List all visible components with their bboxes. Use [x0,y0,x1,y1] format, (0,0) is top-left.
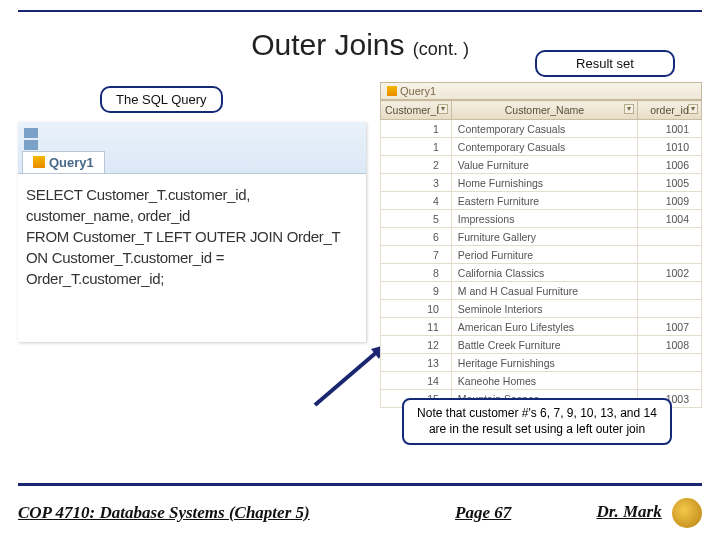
cell-id: 4 [381,192,452,210]
cell-order [638,372,702,390]
result-set-panel: Query1 Customer_ID▾ Customer_Name▾ order… [380,82,702,408]
col-header-order[interactable]: order_id▾ [638,101,702,120]
cell-order [638,228,702,246]
top-rule [18,10,702,12]
sql-line: SELECT Customer_T.customer_id, customer_… [26,184,358,226]
cell-order: 1007 [638,318,702,336]
footer-course: COP 4710: Database Systems (Chapter 5) [18,503,310,523]
cell-name: Value Furniture [451,156,637,174]
cell-id: 6 [381,228,452,246]
sql-text: SELECT Customer_T.customer_id, customer_… [18,174,366,297]
cell-name: Eastern Furniture [451,192,637,210]
query-icon [33,156,45,168]
footer: COP 4710: Database Systems (Chapter 5) P… [18,498,702,528]
table-row[interactable]: 6Furniture Gallery [381,228,702,246]
cell-id: 2 [381,156,452,174]
cell-name: American Euro Lifestyles [451,318,637,336]
access-toolbar-icons [24,128,48,152]
query-icon [387,86,397,96]
footer-page: Page 67 [455,503,511,523]
toolbar-icon [24,128,38,138]
result-table: Customer_ID▾ Customer_Name▾ order_id▾ 1C… [380,100,702,408]
cell-order [638,300,702,318]
cell-order: 1004 [638,210,702,228]
cell-name: Period Furniture [451,246,637,264]
title-cont: (cont. ) [413,39,469,59]
sql-query-panel: Query1 SELECT Customer_T.customer_id, cu… [18,122,366,342]
result-tbody: 1Contemporary Casuals10011Contemporary C… [381,120,702,408]
cell-id: 9 [381,282,452,300]
cell-name: Impressions [451,210,637,228]
table-row[interactable]: 14Kaneohe Homes [381,372,702,390]
cell-name: Kaneohe Homes [451,372,637,390]
cell-order [638,246,702,264]
cell-order: 1010 [638,138,702,156]
cell-order: 1008 [638,336,702,354]
result-set-label: Result set [535,50,675,77]
toolbar-icon [24,140,38,150]
cell-id: 1 [381,120,452,138]
table-row[interactable]: 1Contemporary Casuals1001 [381,120,702,138]
sql-panel-header: Query1 [18,122,366,174]
table-row[interactable]: 4Eastern Furniture1009 [381,192,702,210]
cell-order: 1006 [638,156,702,174]
cell-name: Contemporary Casuals [451,138,637,156]
cell-name: Seminole Interiors [451,300,637,318]
cell-id: 10 [381,300,452,318]
cell-name: Battle Creek Furniture [451,336,637,354]
title-main: Outer Joins [251,28,413,61]
cell-order: 1009 [638,192,702,210]
sql-line: ON Customer_T.customer_id = Order_T.cust… [26,247,358,289]
col-header-name[interactable]: Customer_Name▾ [451,101,637,120]
ucf-logo-icon [672,498,702,528]
cell-order [638,282,702,300]
cell-name: Furniture Gallery [451,228,637,246]
table-row[interactable]: 2Value Furniture1006 [381,156,702,174]
query-tab[interactable]: Query1 [22,151,105,173]
result-tab-label: Query1 [400,85,436,97]
cell-order [638,354,702,372]
dropdown-icon[interactable]: ▾ [688,104,698,114]
table-row[interactable]: 3Home Furnishings1005 [381,174,702,192]
cell-id: 8 [381,264,452,282]
sql-line: FROM Customer_T LEFT OUTER JOIN Order_T [26,226,358,247]
cell-id: 1 [381,138,452,156]
cell-id: 7 [381,246,452,264]
cell-id: 13 [381,354,452,372]
cell-name: Home Furnishings [451,174,637,192]
table-row[interactable]: 7Period Furniture [381,246,702,264]
sql-query-label: The SQL Query [100,86,223,113]
cell-id: 3 [381,174,452,192]
cell-name: Heritage Furnishings [451,354,637,372]
table-row[interactable]: 13Heritage Furnishings [381,354,702,372]
table-row[interactable]: 10Seminole Interiors [381,300,702,318]
cell-name: California Classics [451,264,637,282]
cell-id: 11 [381,318,452,336]
footer-rule [18,483,702,486]
dropdown-icon[interactable]: ▾ [438,104,448,114]
cell-name: Contemporary Casuals [451,120,637,138]
dropdown-icon[interactable]: ▾ [624,104,634,114]
table-row[interactable]: 9M and H Casual Furniture [381,282,702,300]
cell-id: 14 [381,372,452,390]
cell-id: 5 [381,210,452,228]
cell-order: 1002 [638,264,702,282]
note-callout: Note that customer #'s 6, 7, 9, 10, 13, … [402,398,672,445]
col-header-id[interactable]: Customer_ID▾ [381,101,452,120]
table-row[interactable]: 8California Classics1002 [381,264,702,282]
table-row[interactable]: 12Battle Creek Furniture1008 [381,336,702,354]
cell-id: 12 [381,336,452,354]
cell-order: 1005 [638,174,702,192]
table-row[interactable]: 1Contemporary Casuals1010 [381,138,702,156]
table-row[interactable]: 5Impressions1004 [381,210,702,228]
cell-order: 1001 [638,120,702,138]
footer-author: Dr. Mark [597,502,662,521]
cell-name: M and H Casual Furniture [451,282,637,300]
table-row[interactable]: 11American Euro Lifestyles1007 [381,318,702,336]
result-tab[interactable]: Query1 [380,82,702,100]
query-tab-label: Query1 [49,155,94,170]
